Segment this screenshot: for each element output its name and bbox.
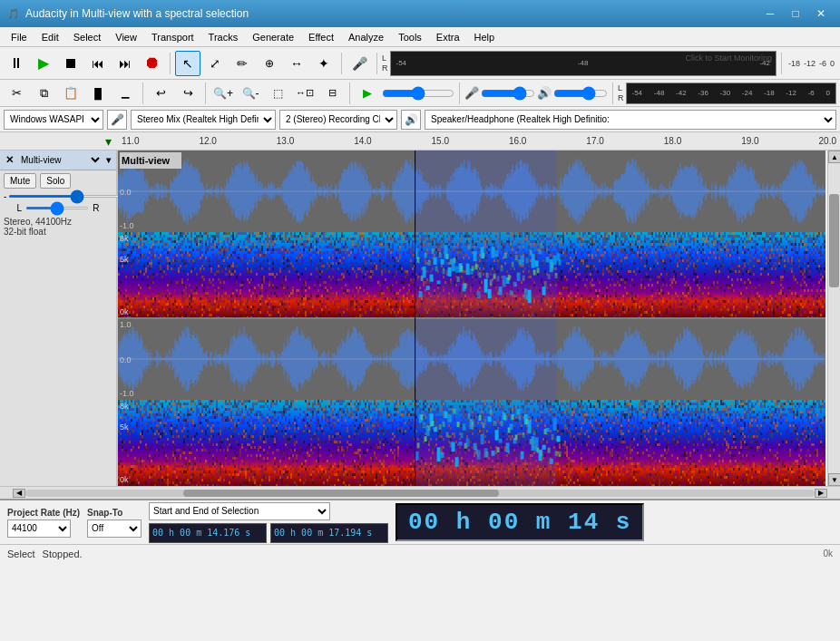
- paste-button[interactable]: 📋: [58, 81, 83, 106]
- maximize-button[interactable]: □: [784, 5, 807, 23]
- speaker-icon: 🔊: [537, 86, 552, 100]
- menu-tools[interactable]: Tools: [391, 30, 429, 44]
- minimize-button[interactable]: ─: [758, 5, 782, 23]
- select-label[interactable]: Select: [7, 549, 35, 559]
- snap-to-section: Snap-To Off On: [87, 508, 142, 538]
- track-canvas-container: ▲ ▼: [118, 151, 840, 486]
- mic-volume-slider[interactable]: [481, 87, 535, 100]
- skip-end-button[interactable]: ⏭: [112, 51, 138, 76]
- gain-min-label: -: [4, 191, 6, 201]
- waveform-canvas[interactable]: [118, 151, 825, 486]
- menu-edit[interactable]: Edit: [34, 30, 66, 44]
- pan-left-label: L: [17, 203, 23, 213]
- sep8: [459, 83, 460, 104]
- input-device-select[interactable]: Stereo Mix (Realtek High Definition Audi…: [131, 110, 276, 130]
- hscroll-track: [25, 490, 815, 497]
- menu-select[interactable]: Select: [66, 30, 109, 44]
- hscroll-left-button[interactable]: ◀: [13, 489, 25, 498]
- silence-button[interactable]: ▁: [112, 81, 138, 106]
- vscroll-up-button[interactable]: ▲: [828, 151, 840, 163]
- output-device-button[interactable]: 🔊: [401, 110, 421, 130]
- input-monitor-button[interactable]: 🎤: [347, 51, 372, 76]
- trim-button[interactable]: ▐▌: [85, 81, 111, 106]
- mute-button[interactable]: Mute: [4, 173, 36, 189]
- menu-generate[interactable]: Generate: [245, 30, 301, 44]
- track-info-text: Stereo, 44100Hz32-bit float: [0, 215, 116, 238]
- selection-start-input[interactable]: [149, 523, 267, 543]
- track-close-icon[interactable]: ✕: [5, 154, 14, 166]
- menu-view[interactable]: View: [108, 30, 144, 44]
- menu-tracks[interactable]: Tracks: [201, 30, 246, 44]
- selection-tool-button[interactable]: ↖: [175, 51, 200, 76]
- vscroll-thumb[interactable]: [829, 194, 839, 287]
- multi-tool-button[interactable]: ✦: [311, 51, 337, 76]
- menu-analyze[interactable]: Analyze: [341, 30, 391, 44]
- redo-button[interactable]: ↪: [175, 81, 200, 106]
- stop-button[interactable]: ⏹: [58, 51, 83, 76]
- input-vu-meter[interactable]: -54-48-42 Click to Start Monitoring: [390, 51, 777, 76]
- draw-tool-button[interactable]: ✏: [230, 51, 255, 76]
- sep7: [349, 83, 350, 104]
- transport-toolbar: ⏸ ▶ ⏹ ⏮ ⏭ ⏺ ↖ ⤢ ✏ ⊕ ↔ ✦ 🎤 LR -54-48-42 C…: [0, 47, 840, 80]
- menu-extra[interactable]: Extra: [429, 30, 467, 44]
- pause-button[interactable]: ⏸: [4, 51, 29, 76]
- record-button[interactable]: ⏺: [140, 51, 165, 76]
- output-vu-meter[interactable]: -54-48-42-36-30-24-18-12-60: [626, 83, 837, 104]
- play-at-speed-button[interactable]: ▶: [355, 81, 380, 106]
- mic-icon: 🎤: [464, 86, 479, 100]
- track-view-select[interactable]: Multi-view: [17, 154, 103, 166]
- menu-effect[interactable]: Effect: [301, 30, 341, 44]
- hscroll-right-button[interactable]: ▶: [815, 489, 827, 498]
- menu-help[interactable]: Help: [467, 30, 503, 44]
- selection-end-input[interactable]: [270, 523, 388, 543]
- zoom-sel-button[interactable]: ⬚: [265, 81, 290, 106]
- zoom-tool-button[interactable]: ⊕: [257, 51, 282, 76]
- timeshift-tool-button[interactable]: ↔: [284, 51, 309, 76]
- status-text: Stopped.: [43, 549, 83, 559]
- horizontal-scrollbar[interactable]: ◀ ▶: [0, 486, 840, 499]
- zoom-fit-button[interactable]: ↔⊡: [292, 81, 317, 106]
- cut-button[interactable]: ✂: [4, 81, 29, 106]
- undo-button[interactable]: ↩: [148, 81, 173, 106]
- menu-transport[interactable]: Transport: [144, 30, 201, 44]
- project-rate-label: Project Rate (Hz): [7, 508, 80, 518]
- vscroll-down-button[interactable]: ▼: [828, 473, 840, 486]
- solo-button[interactable]: Solo: [40, 173, 71, 189]
- zoom-spec-button[interactable]: ⊟: [319, 81, 345, 106]
- waveform-area[interactable]: [118, 151, 827, 486]
- snap-to-label: Snap-To: [87, 508, 142, 518]
- input-device-button[interactable]: 🎤: [107, 110, 127, 130]
- tracks-area: ✕ Multi-view ▾ Mute Solo - + L R Stereo,…: [0, 151, 840, 486]
- play-button[interactable]: ▶: [31, 51, 56, 76]
- playback-speed-slider[interactable]: [382, 87, 454, 100]
- output-device-select[interactable]: Speaker/Headphone (Realtek High Definiti…: [425, 110, 836, 130]
- speaker-volume-slider[interactable]: [553, 87, 608, 100]
- ruler-play-cursor: ▾: [105, 134, 112, 149]
- channels-select[interactable]: 2 (Stereo) Recording Chann: [279, 110, 397, 130]
- zoom-out-button[interactable]: 🔍-: [238, 81, 263, 106]
- vu-scale-right: -18-12-60: [786, 59, 836, 68]
- project-rate-select[interactable]: 44100: [7, 520, 71, 538]
- snap-to-select[interactable]: Off On: [87, 520, 142, 538]
- pan-slider[interactable]: [25, 207, 89, 209]
- gain-row: - +: [0, 191, 116, 201]
- vertical-scrollbar[interactable]: ▲ ▼: [827, 151, 840, 486]
- gain-slider[interactable]: [8, 195, 125, 198]
- hscroll-thumb[interactable]: [183, 490, 499, 497]
- audio-host-select[interactable]: Windows WASAPI: [4, 110, 103, 130]
- zoom-in-button[interactable]: 🔍+: [210, 81, 236, 106]
- envelope-tool-button[interactable]: ⤢: [202, 51, 228, 76]
- click-monitor-label[interactable]: Click to Start Monitoring: [685, 53, 772, 63]
- vu-lr-label: LR: [382, 53, 388, 73]
- track-info-panel: ✕ Multi-view ▾ Mute Solo - + L R Stereo,…: [0, 151, 118, 486]
- skip-start-button[interactable]: ⏮: [85, 51, 111, 76]
- selection-type-select[interactable]: Start and End of Selection: [149, 502, 330, 520]
- copy-button[interactable]: ⧉: [31, 81, 56, 106]
- pan-right-label: R: [93, 203, 99, 213]
- timeline-ruler: ▾ 11.0 12.0 13.0 14.0 15.0 16.0 17.0 18.…: [0, 132, 840, 151]
- time-display: 00 h 00 m 14 s: [396, 503, 644, 541]
- sep3: [376, 53, 377, 74]
- menu-file[interactable]: File: [4, 30, 34, 44]
- track-collapse-icon[interactable]: ▾: [106, 155, 111, 165]
- close-button[interactable]: ✕: [809, 5, 833, 23]
